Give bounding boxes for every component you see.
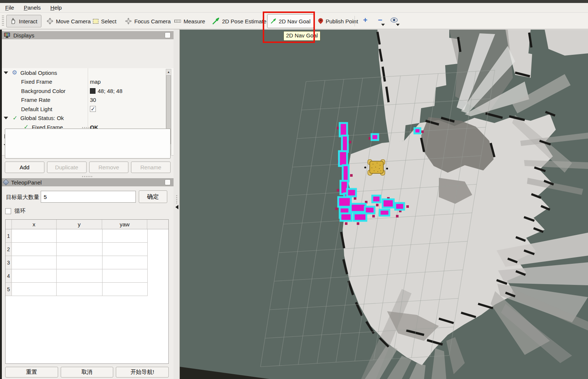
displays-panel-title: Displays [13, 32, 34, 39]
column-header-y[interactable]: y [57, 220, 103, 229]
menu-panels-accel: P [24, 4, 27, 11]
tool-select-label: Select [101, 18, 117, 24]
gear-icon: ⚙ [12, 70, 17, 76]
map-pin-icon [318, 18, 323, 24]
menu-file[interactable]: File [5, 4, 14, 11]
splitter-dots-handle[interactable] [82, 127, 93, 128]
window-left-edge [0, 30, 2, 379]
loop-checkbox[interactable] [5, 208, 11, 214]
table-cell[interactable] [103, 283, 148, 296]
table-cell[interactable] [103, 243, 148, 256]
menu-panels-label: anels [27, 4, 41, 11]
tool-pose-estimate[interactable]: 2D Pose Estimate [209, 15, 269, 27]
loop-option-row: 循环 [5, 207, 26, 215]
table-cell[interactable] [57, 269, 103, 283]
tool-publish-point-label: Publish Point [326, 18, 358, 24]
loop-label: 循环 [14, 207, 26, 215]
expander-down-icon[interactable] [4, 72, 8, 74]
scroll-up-arrow[interactable]: ▲ [166, 69, 171, 74]
tree-row-fixed-frame[interactable]: Fixed Frame map [0, 77, 174, 87]
menu-panels[interactable]: Panels [24, 4, 41, 11]
row-label: Global Options [20, 70, 57, 76]
table-row: 5 [6, 283, 168, 296]
tree-row-frame-rate[interactable]: Frame Rate 30 [0, 96, 174, 105]
start-navigation-button[interactable]: 开始导航! [116, 367, 169, 378]
hand-cursor-icon [10, 18, 16, 24]
column-header-yaw[interactable]: yaw [102, 220, 147, 229]
goal-table-header: x y yaw [6, 220, 168, 229]
robot-side-marker [364, 166, 366, 168]
tool-select[interactable]: Select [90, 15, 120, 27]
tree-row-background-color[interactable]: Background Color 48; 48; 48 [0, 86, 174, 96]
table-cell[interactable] [57, 256, 103, 269]
column-header-x[interactable]: x [12, 220, 57, 229]
row-header[interactable]: 3 [6, 256, 12, 269]
rename-display-button[interactable]: Rename [131, 162, 171, 173]
left-dock-area: Displays ⚙ Global Options Fixed Frame ma… [0, 29, 174, 379]
display-description-box [5, 129, 171, 159]
tool-measure[interactable]: Measure [171, 15, 208, 27]
goal-table[interactable]: x y yaw 1 2 3 4 5 [5, 219, 169, 364]
table-cell[interactable] [103, 256, 148, 269]
toolbar-drag-handle[interactable] [2, 16, 4, 27]
tool-move-camera[interactable]: Move Camera [44, 15, 94, 27]
map-canvas[interactable] [180, 30, 588, 379]
add-tool-button[interactable]: + [360, 15, 370, 25]
table-cell[interactable] [57, 229, 103, 243]
duplicate-display-button[interactable]: Duplicate [47, 162, 87, 173]
menu-help[interactable]: Help [50, 4, 62, 11]
teleop-float-checkbox[interactable] [165, 179, 171, 185]
row-value[interactable]: map [90, 79, 101, 85]
add-display-button[interactable]: Add [5, 162, 44, 173]
remove-tool-dropdown-arrow[interactable] [381, 24, 385, 26]
cancel-button[interactable]: 取消 [61, 367, 114, 378]
selection-box-icon [93, 19, 98, 24]
max-goal-count-input[interactable] [41, 191, 136, 203]
row-header[interactable]: 5 [6, 283, 12, 296]
reset-button[interactable]: 重置 [5, 367, 58, 378]
table-row: 1 [6, 229, 168, 243]
tool-interact[interactable]: Interact [6, 15, 41, 27]
table-row: 4 [6, 269, 168, 283]
table-cell[interactable] [12, 229, 57, 243]
displays-float-checkbox[interactable] [165, 32, 171, 38]
row-header[interactable]: 1 [6, 229, 12, 243]
table-cell[interactable] [57, 283, 103, 296]
row-value[interactable]: 30 [90, 97, 96, 103]
row-header[interactable]: 2 [6, 243, 12, 256]
row-value[interactable]: 48; 48; 48 [90, 88, 122, 94]
tool-focus-camera[interactable]: Focus Camera [122, 15, 174, 27]
teleop-panel-icon [3, 179, 9, 186]
confirm-button[interactable]: 确定 [139, 190, 167, 203]
tool-interact-label: Interact [19, 18, 37, 24]
table-cell[interactable] [103, 229, 148, 243]
table-cell[interactable] [12, 256, 57, 269]
tool-move-camera-label: Move Camera [56, 18, 91, 24]
tree-row-default-light[interactable]: Default Light [0, 104, 174, 114]
expander-down-icon[interactable] [4, 117, 8, 119]
splitter-collapse-arrow[interactable] [175, 205, 178, 209]
panel-splitter[interactable] [174, 29, 180, 379]
row-header[interactable]: 4 [6, 269, 12, 283]
menu-help-label: elp [54, 4, 62, 11]
teleop-panel-title: TeleopPanel [11, 179, 42, 186]
table-cell[interactable] [12, 243, 57, 256]
table-cell[interactable] [12, 269, 57, 283]
column-header-blank [147, 220, 168, 229]
table-cell[interactable] [12, 283, 57, 296]
visibility-dropdown-arrow[interactable] [396, 24, 400, 26]
table-cell[interactable] [103, 269, 148, 283]
teleop-panel-titlebar[interactable]: TeleopPanel [0, 178, 174, 186]
move-arrows-icon [47, 18, 53, 24]
displays-panel-titlebar[interactable]: Displays [0, 31, 174, 39]
remove-display-button[interactable]: Remove [89, 162, 129, 173]
tree-row-global-options[interactable]: ⚙ Global Options [0, 68, 174, 77]
tree-row-global-status[interactable]: ✓ Global Status: Ok [0, 114, 174, 123]
tool-pose-estimate-label: 2D Pose Estimate [222, 18, 266, 24]
render-viewport[interactable] [180, 30, 588, 379]
splitter-dots-handle[interactable] [82, 176, 93, 177]
robot-side-marker [386, 167, 388, 169]
table-cell[interactable] [57, 243, 103, 256]
default-light-checkbox[interactable] [90, 106, 96, 112]
annotation-highlight [263, 11, 315, 43]
